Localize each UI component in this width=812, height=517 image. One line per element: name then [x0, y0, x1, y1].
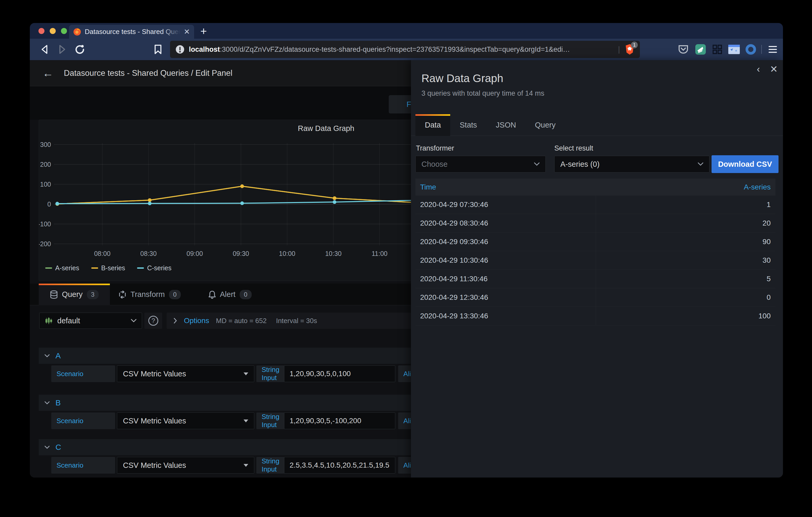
download-csv-button[interactable]: Download CSV — [712, 155, 779, 173]
scenario-value: CSV Metric Values — [123, 461, 243, 470]
cell-value: 20 — [596, 219, 775, 227]
tab-json[interactable]: JSON — [486, 114, 525, 136]
extensions-grid-button[interactable] — [711, 43, 724, 56]
cell-value: 100 — [596, 312, 775, 320]
scenario-select[interactable]: CSV Metric Values — [117, 457, 254, 474]
close-icon: ✕ — [770, 64, 778, 74]
tab-data[interactable]: Data — [415, 114, 450, 136]
string-input[interactable] — [284, 365, 395, 382]
svg-text:100: 100 — [40, 181, 51, 188]
new-tab-button[interactable]: + — [200, 25, 207, 38]
table-row: 2020-04-29 13:30:46 100 — [415, 307, 775, 326]
column-header-a-series[interactable]: A-series — [596, 183, 775, 191]
blue-circle-icon — [745, 44, 756, 55]
legend-label: B-series — [101, 264, 125, 272]
forward-button[interactable] — [56, 43, 68, 56]
column-header-time[interactable]: Time — [415, 179, 596, 195]
pocket-icon — [678, 44, 689, 55]
menu-button[interactable] — [766, 43, 779, 56]
datasource-icon — [45, 317, 53, 325]
help-button[interactable]: ? — [144, 313, 162, 329]
grid-icon — [712, 44, 723, 55]
svg-text:-100: -100 — [39, 220, 51, 227]
forward-icon — [58, 44, 67, 54]
tab-query-label: Query — [62, 290, 83, 299]
brave-shield-button[interactable]: 1 — [625, 44, 635, 55]
query-ref: C — [55, 443, 61, 452]
url-text: localhost:3000/d/ZqZnVvFZz/datasource-te… — [189, 45, 613, 54]
extension-notes-button[interactable] — [694, 43, 707, 56]
tab-stats[interactable]: Stats — [450, 114, 486, 136]
scenario-select[interactable]: CSV Metric Values — [117, 365, 254, 382]
reload-button[interactable] — [74, 43, 86, 56]
scenario-select[interactable]: CSV Metric Values — [117, 413, 254, 429]
scenario-chip: Scenario — [51, 457, 115, 474]
tab-query[interactable]: Query 3 — [39, 283, 110, 305]
grafana-app: ← Datasource tests - Shared Queries / Ed… — [30, 60, 783, 478]
tab-query-count: 3 — [87, 290, 98, 299]
query-ref: A — [55, 351, 61, 360]
browser-tab-bar: Datasource tests - Shared Queri ✕ + — [30, 23, 783, 39]
svg-text:300: 300 — [40, 141, 51, 148]
tab-close-icon[interactable]: ✕ — [184, 28, 190, 35]
data-table: Time A-series 2020-04-29 07:30:46 1 2020… — [415, 179, 775, 326]
legend-item-c-series[interactable]: C-series — [137, 264, 171, 272]
collapse-chevron-icon — [45, 401, 50, 405]
inspector-drawer: ‹ ✕ Raw Data Graph 3 queries with total … — [411, 60, 783, 478]
svg-text:0: 0 — [47, 201, 51, 208]
browser-tab[interactable]: Datasource tests - Shared Queri ✕ — [69, 25, 194, 39]
drawer-close-button[interactable]: ✕ — [770, 64, 778, 75]
bookmark-button[interactable] — [152, 43, 164, 56]
window-close-button[interactable] — [38, 28, 45, 34]
chart-legend: A-seriesB-seriesC-series — [45, 264, 171, 272]
window-zoom-button[interactable] — [61, 28, 67, 34]
table-header-row: Time A-series — [415, 179, 775, 195]
cell-value: 90 — [596, 238, 775, 246]
drawer-back-button[interactable]: ‹ — [757, 64, 760, 75]
collapse-chevron-icon — [45, 446, 50, 449]
query-ref: B — [55, 398, 61, 407]
legend-item-a-series[interactable]: A-series — [45, 264, 79, 272]
window-minimize-button[interactable] — [50, 28, 56, 34]
svg-text:11:00: 11:00 — [372, 250, 388, 257]
options-md-text: MD = auto = 652 — [216, 317, 267, 325]
options-label: Options — [184, 316, 209, 325]
cell-time: 2020-04-29 13:30:46 — [415, 307, 596, 325]
bookmark-icon — [154, 44, 162, 54]
tab-alert-label: Alert — [220, 290, 236, 299]
table-row: 2020-04-29 10:30:46 30 — [415, 251, 775, 270]
collapse-chevron-icon — [45, 354, 50, 358]
string-input[interactable] — [284, 413, 395, 429]
svg-text:-200: -200 — [39, 240, 51, 247]
scenario-value: CSV Metric Values — [123, 370, 243, 378]
dropdown-arrow-icon — [243, 372, 248, 375]
tab-alert[interactable]: Alert 0 — [206, 283, 254, 305]
back-button[interactable] — [38, 43, 51, 56]
table-row: 2020-04-29 09:30:46 90 — [415, 233, 775, 251]
pocket-button[interactable] — [677, 43, 690, 56]
datasource-select[interactable]: default — [39, 313, 142, 329]
back-arrow-button[interactable]: ← — [42, 67, 53, 80]
transformer-select[interactable]: Choose — [415, 156, 546, 173]
svg-text:08:00: 08:00 — [94, 250, 111, 257]
legend-swatch-icon — [137, 267, 144, 269]
datasource-value: default — [57, 316, 131, 325]
page-title: Datasource tests - Shared Queries / Edit… — [64, 68, 232, 78]
string-input[interactable] — [284, 457, 395, 474]
legend-item-b-series[interactable]: B-series — [91, 264, 125, 272]
extension-circle-button[interactable] — [745, 43, 757, 56]
info-icon — [175, 45, 185, 54]
legend-label: A-series — [55, 264, 79, 272]
question-icon: ? — [148, 316, 158, 326]
tab-query[interactable]: Query — [526, 114, 565, 136]
options-toggle[interactable]: Options MD = auto = 652 Interval = 30s — [167, 313, 412, 329]
url-bar[interactable]: localhost:3000/d/ZqZnVvFZz/datasource-te… — [170, 41, 640, 58]
cell-value: 0 — [596, 293, 775, 302]
extension-window-button[interactable] — [728, 43, 740, 56]
cell-time: 2020-04-29 10:30:46 — [415, 251, 596, 270]
chevron-right-icon — [173, 318, 177, 324]
url-divider: | — [618, 45, 620, 54]
tab-transform[interactable]: Transform 0 — [117, 283, 182, 305]
scenario-chip: Scenario — [51, 413, 115, 429]
result-select[interactable]: A-series (0) — [554, 156, 709, 173]
